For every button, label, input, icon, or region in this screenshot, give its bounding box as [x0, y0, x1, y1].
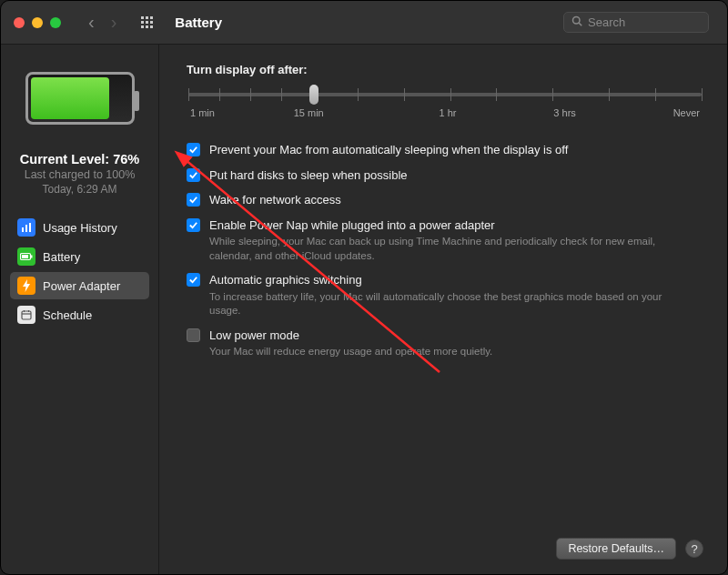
sidebar-item-label: Power Adapter: [43, 279, 120, 293]
sidebar-list: Usage History Battery Power Adapter: [10, 214, 149, 328]
calendar-icon: [17, 306, 35, 324]
battery-big-icon: [25, 72, 135, 125]
sidebar-item-label: Battery: [43, 250, 80, 264]
show-all-button[interactable]: [140, 15, 155, 30]
slider-tick-label: Never: [673, 107, 700, 118]
svg-rect-2: [150, 16, 153, 19]
sidebar-item-battery[interactable]: Battery: [10, 243, 149, 270]
checkbox-icon[interactable]: [187, 193, 200, 207]
sidebar-item-power-adapter[interactable]: Power Adapter: [10, 272, 149, 299]
window-title: Battery: [175, 15, 222, 30]
svg-rect-17: [22, 311, 31, 319]
option-description: Your Mac will reduce energy usage and op…: [209, 345, 492, 359]
option-description: To increase battery life, your Mac will …: [209, 290, 682, 318]
svg-rect-0: [141, 16, 144, 19]
svg-rect-6: [141, 25, 144, 28]
option-label: Enable Power Nap while plugged into a po…: [209, 217, 682, 234]
svg-rect-5: [150, 21, 153, 24]
search-placeholder: Search: [588, 15, 625, 29]
slider-tick-label: 3 hrs: [553, 107, 575, 118]
slider-tick-label: 1 hr: [440, 107, 457, 118]
option-auto-graphics[interactable]: Automatic graphics switching To increase…: [187, 272, 703, 318]
svg-rect-15: [31, 256, 33, 258]
svg-rect-8: [150, 25, 153, 28]
preferences-window: ‹ › Battery Search Current Level: 76% La…: [0, 0, 728, 575]
body: Current Level: 76% Last charged to 100% …: [1, 45, 727, 574]
battery-icon: [17, 247, 35, 266]
slider-track: [188, 93, 702, 96]
search-field[interactable]: Search: [563, 12, 709, 33]
svg-rect-4: [146, 21, 148, 24]
nav-arrows: ‹ ›: [88, 12, 116, 33]
svg-rect-12: [25, 225, 27, 232]
option-hard-disks-sleep[interactable]: Put hard disks to sleep when possible: [187, 167, 703, 184]
option-label: Prevent your Mac from automatically slee…: [209, 142, 568, 158]
battery-fill: [31, 77, 110, 119]
sidebar: Current Level: 76% Last charged to 100% …: [1, 45, 159, 574]
svg-point-9: [573, 17, 581, 25]
option-description: While sleeping, your Mac can back up usi…: [209, 235, 682, 263]
slider-title: Turn display off after:: [187, 63, 703, 76]
sidebar-item-label: Schedule: [43, 308, 92, 322]
svg-rect-1: [146, 16, 148, 19]
checkbox-icon[interactable]: [187, 273, 200, 287]
slider-tick-labels: 1 min 15 min 1 hr 3 hrs Never: [188, 107, 702, 118]
minimize-icon[interactable]: [32, 17, 43, 28]
sidebar-item-label: Usage History: [43, 221, 117, 235]
option-label: Put hard disks to sleep when possible: [209, 167, 408, 184]
options-list: Prevent your Mac from automatically slee…: [187, 142, 703, 359]
bottom-bar: Restore Defaults… ?: [187, 527, 703, 560]
svg-line-10: [579, 23, 581, 25]
svg-rect-7: [146, 25, 148, 28]
svg-rect-3: [141, 21, 144, 24]
current-level-label: Current Level: 76%: [20, 152, 139, 166]
help-button[interactable]: ?: [685, 540, 703, 558]
option-low-power-mode[interactable]: Low power mode Your Mac will reduce ener…: [187, 328, 703, 359]
forward-button[interactable]: ›: [111, 12, 117, 33]
option-wake-network[interactable]: Wake for network access: [187, 192, 703, 208]
display-off-slider[interactable]: 1 min 15 min 1 hr 3 hrs Never: [188, 86, 702, 122]
checkbox-icon[interactable]: [187, 218, 200, 232]
last-charge-time-label: Today, 6:29 AM: [43, 183, 117, 196]
last-charged-label: Last charged to 100%: [25, 168, 136, 181]
slider-tick-label: 1 min: [190, 107, 215, 118]
checkbox-icon[interactable]: [187, 143, 200, 156]
close-icon[interactable]: [14, 17, 25, 28]
chart-icon: [17, 218, 35, 237]
svg-rect-16: [22, 255, 28, 258]
svg-rect-13: [29, 223, 31, 232]
back-button[interactable]: ‹: [88, 12, 95, 33]
search-icon: [571, 15, 582, 29]
titlebar: ‹ › Battery Search: [1, 1, 727, 45]
option-power-nap[interactable]: Enable Power Nap while plugged into a po…: [187, 217, 703, 264]
window-controls: [14, 17, 61, 28]
option-label: Low power mode: [209, 328, 492, 344]
slider-thumb[interactable]: [309, 85, 318, 105]
zoom-icon[interactable]: [50, 17, 61, 28]
main-panel: Turn display off after: 1 min: [159, 45, 727, 574]
slider-tick-label: 15 min: [294, 107, 324, 118]
option-label: Wake for network access: [209, 192, 341, 208]
sidebar-item-usage-history[interactable]: Usage History: [10, 214, 149, 241]
restore-defaults-button[interactable]: Restore Defaults…: [556, 538, 676, 560]
checkbox-icon[interactable]: [187, 168, 200, 182]
bolt-icon: [17, 277, 35, 295]
option-label: Automatic graphics switching: [209, 272, 682, 288]
checkbox-icon[interactable]: [187, 328, 200, 342]
svg-rect-11: [22, 227, 24, 232]
sidebar-item-schedule[interactable]: Schedule: [10, 301, 149, 328]
option-prevent-sleep[interactable]: Prevent your Mac from automatically slee…: [187, 142, 703, 158]
